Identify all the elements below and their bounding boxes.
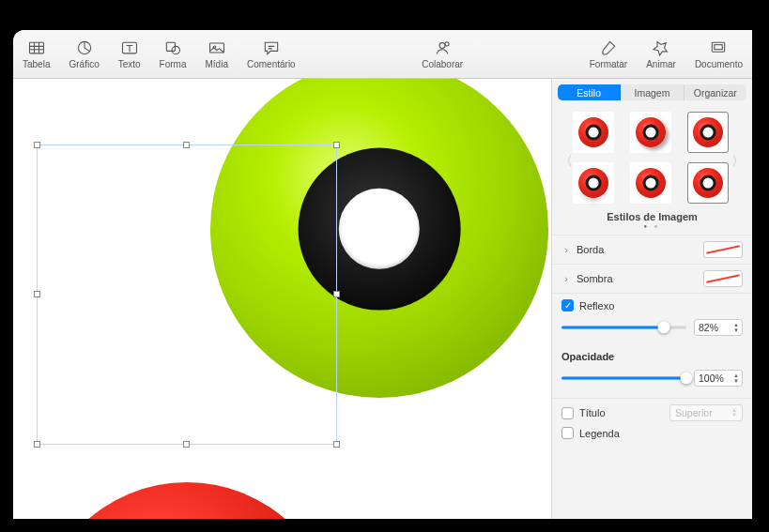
reflection-label: Reflexo xyxy=(579,300,743,312)
resize-handle[interactable] xyxy=(34,441,40,448)
selection-box[interactable] xyxy=(37,144,337,445)
title-position-value: Superior xyxy=(675,407,713,418)
toolbar-text-button[interactable]: Texto xyxy=(115,35,145,73)
media-icon xyxy=(207,38,227,57)
tab-image[interactable]: Imagem xyxy=(621,84,684,100)
collaborate-icon xyxy=(432,38,453,57)
toolbar-label: Texto xyxy=(118,59,141,69)
image-style-option[interactable] xyxy=(630,162,671,204)
resize-handle[interactable] xyxy=(34,142,40,148)
opacity-row: Opacidade xyxy=(552,342,752,368)
toolbar-format-button[interactable]: Formatar xyxy=(586,35,632,73)
image-style-option[interactable] xyxy=(630,112,671,153)
resize-handle[interactable] xyxy=(183,142,190,148)
toolbar-comment-button[interactable]: Comentário xyxy=(243,35,300,73)
animate-icon xyxy=(651,38,671,57)
reflection-row: Reflexo xyxy=(552,293,752,317)
slide-canvas[interactable] xyxy=(13,79,551,519)
caption-checkbox[interactable] xyxy=(561,427,574,439)
resize-handle[interactable] xyxy=(333,291,340,297)
image-style-option[interactable] xyxy=(573,112,614,153)
toolbar-label: Formatar xyxy=(590,59,628,69)
text-icon xyxy=(119,38,140,57)
image-style-option[interactable] xyxy=(687,162,729,204)
resize-handle[interactable] xyxy=(333,142,340,148)
image-style-option[interactable] xyxy=(687,112,729,153)
opacity-label: Opacidade xyxy=(561,351,743,362)
border-row: › Borda xyxy=(552,235,752,264)
image-styles-title: Estilos de Imagem xyxy=(552,211,752,222)
shadow-row: › Sombra xyxy=(552,264,752,293)
opacity-value-field[interactable]: 100% ▲▼ xyxy=(694,370,743,387)
reflection-slider[interactable] xyxy=(561,321,686,334)
title-label: Título xyxy=(579,407,664,418)
tab-style[interactable]: Estilo xyxy=(558,84,621,100)
tab-arrange[interactable]: Organizar xyxy=(684,84,746,100)
stepper-arrows-icon[interactable]: ▲▼ xyxy=(731,322,742,333)
svg-point-7 xyxy=(439,43,445,49)
title-row: Título Superior ▲▼ xyxy=(552,398,752,427)
border-swatch[interactable] xyxy=(703,241,743,258)
resize-handle[interactable] xyxy=(333,441,340,448)
disclosure-icon[interactable]: › xyxy=(561,244,571,255)
page-dots[interactable]: ● ● xyxy=(552,223,752,229)
opacity-value: 100% xyxy=(699,372,731,384)
chevron-updown-icon: ▲▼ xyxy=(731,408,737,418)
disclosure-icon[interactable]: › xyxy=(561,273,571,284)
reflection-value: 82% xyxy=(699,322,731,333)
border-label: Borda xyxy=(577,244,698,255)
toolbar-chart-button[interactable]: Gráfico xyxy=(65,35,102,73)
toolbar-label: Documento xyxy=(695,59,743,69)
stepper-arrows-icon[interactable]: ▲▼ xyxy=(731,372,742,384)
svg-point-4 xyxy=(172,46,179,53)
shape-icon xyxy=(162,38,183,57)
caption-row: Legenda xyxy=(552,427,752,445)
resize-handle[interactable] xyxy=(183,441,190,448)
toolbar-label: Mídia xyxy=(206,59,228,69)
reflection-value-field[interactable]: 82% ▲▼ xyxy=(694,319,743,336)
shadow-swatch[interactable] xyxy=(703,270,743,287)
toolbar-shape-button[interactable]: Forma xyxy=(156,35,191,73)
comment-icon xyxy=(261,38,282,57)
toolbar-label: Colaborar xyxy=(422,59,463,69)
svg-rect-0 xyxy=(29,42,43,53)
opacity-slider[interactable] xyxy=(561,372,686,385)
toolbar-label: Forma xyxy=(160,59,187,69)
svg-rect-10 xyxy=(715,45,722,50)
inspector-tabs: Estilo Imagem Organizar xyxy=(558,84,746,100)
toolbar-media-button[interactable]: Mídia xyxy=(202,35,232,73)
toolbar-table-button[interactable]: Tabela xyxy=(19,35,54,73)
caption-label: Legenda xyxy=(579,428,743,439)
toolbar-label: Tabela xyxy=(23,59,50,69)
toolbar-label: Comentário xyxy=(247,59,296,69)
title-position-popup[interactable]: Superior ▲▼ xyxy=(669,404,743,421)
document-icon xyxy=(708,38,729,57)
reflection-slider-row: 82% ▲▼ xyxy=(552,317,752,342)
toolbar: Tabela Gráfico Texto Forma Mídia Comentá… xyxy=(13,30,752,79)
toolbar-label: Animar xyxy=(646,59,676,69)
toolbar-document-button[interactable]: Documento xyxy=(691,35,746,73)
title-checkbox[interactable] xyxy=(561,407,574,419)
shadow-label: Sombra xyxy=(577,273,698,284)
reflection-checkbox[interactable] xyxy=(561,299,574,312)
toolbar-collaborate-button[interactable]: Colaborar xyxy=(418,35,467,73)
chart-icon xyxy=(74,38,95,57)
resize-handle[interactable] xyxy=(34,291,40,297)
toolbar-label: Gráfico xyxy=(69,59,99,69)
opacity-slider-row: 100% ▲▼ xyxy=(552,368,752,398)
table-icon xyxy=(26,38,47,57)
image-styles-grid xyxy=(552,106,752,209)
toolbar-animate-button[interactable]: Animar xyxy=(642,35,680,73)
format-inspector: Estilo Imagem Organizar 〈 〉 Estilos de I… xyxy=(551,79,752,519)
image-style-option[interactable] xyxy=(573,162,614,204)
red-wheel-image[interactable] xyxy=(37,482,337,519)
svg-point-8 xyxy=(445,42,449,46)
brush-icon xyxy=(598,38,619,57)
